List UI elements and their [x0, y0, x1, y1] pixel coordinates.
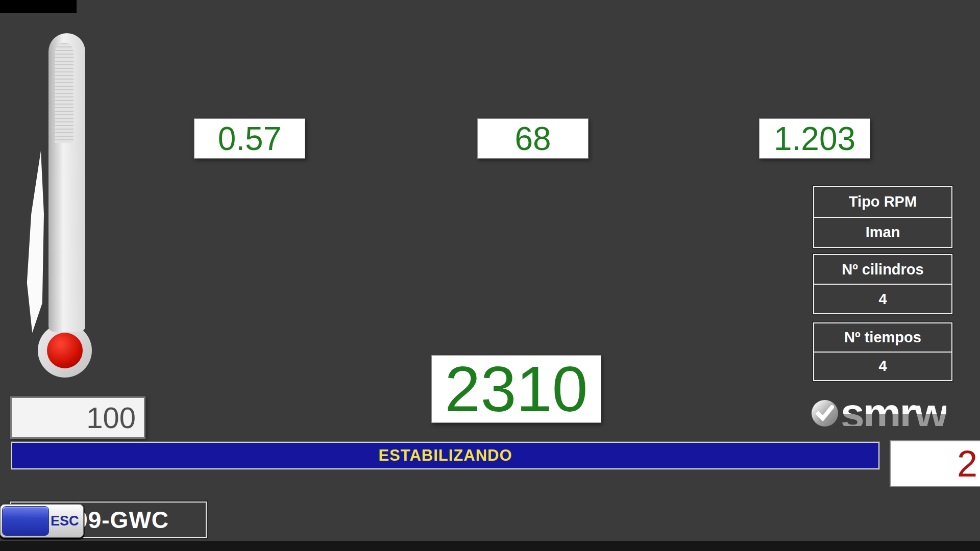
thermometer-bulb [47, 333, 83, 368]
strokes-box: Nº tiempos 4 [813, 322, 952, 381]
exit-icon [2, 506, 49, 536]
rpm-readout: 2310 [431, 355, 601, 423]
check-circle-icon [812, 400, 838, 427]
brand-logo: smrw [812, 396, 946, 431]
rpm-type-box: Tipo RPM Iman [813, 186, 952, 248]
strokes-label: Nº tiempos [814, 323, 951, 353]
hc-readout: 68 [477, 118, 589, 159]
lambda-readout: 1.203 [759, 118, 870, 159]
cylinders-value[interactable]: 4 [814, 285, 951, 313]
rpm-type-value[interactable]: Iman [814, 218, 951, 247]
temperature-readout: 100 [10, 396, 145, 439]
emissions-analyzer-screen: 100 0.57 68 1.203 2310 Tipo RPM Iman Nº … [0, 0, 980, 551]
brand-logo-text: smrw [841, 400, 946, 426]
function-key-label: ESC [51, 505, 84, 537]
measurement-counter: 2 [890, 440, 980, 487]
cylinders-label: Nº cilindros [814, 255, 951, 285]
cylinders-box: Nº cilindros 4 [813, 254, 952, 314]
temperature-pointer [24, 149, 45, 335]
status-bar: ESTABILIZANDO [11, 442, 879, 469]
status-text: ESTABILIZANDO [378, 446, 512, 465]
thermometer-thread [55, 43, 74, 143]
exit-button[interactable]: ESC [0, 504, 84, 538]
temperature-thermometer [0, 0, 143, 398]
co-readout: 0.57 [194, 118, 305, 159]
rpm-type-label: Tipo RPM [814, 187, 951, 218]
bottom-strip [0, 541, 980, 551]
strokes-value[interactable]: 4 [814, 353, 951, 381]
